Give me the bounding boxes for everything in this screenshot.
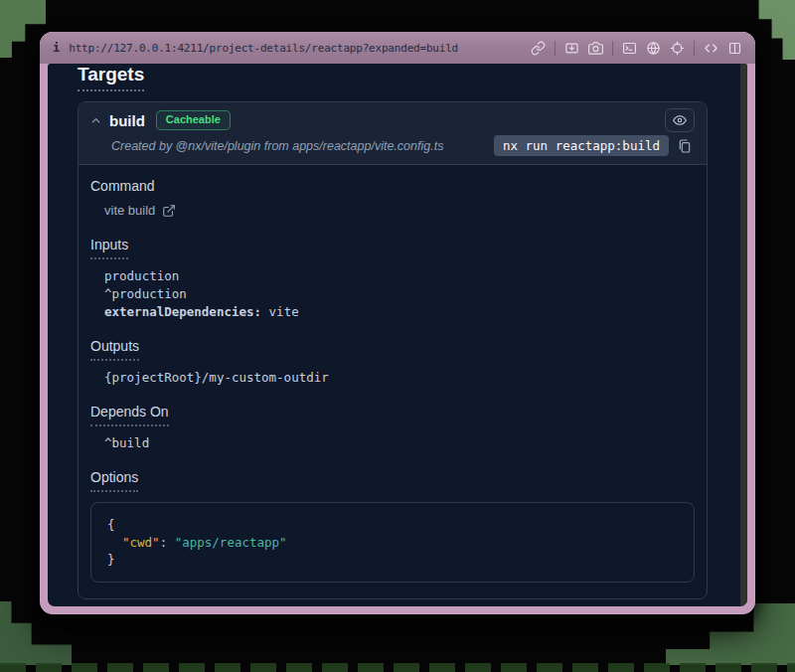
- command-heading: Command: [90, 178, 155, 194]
- save-box-icon[interactable]: [564, 41, 579, 56]
- toolbar-actions: [531, 41, 742, 56]
- split-panel-icon[interactable]: [727, 41, 742, 56]
- toolbar-separator: [555, 41, 556, 56]
- url-bar[interactable]: http://127.0.0.1:4211/project-details/re…: [69, 42, 458, 55]
- build-card-body: Command vite build Inputs production ^pr…: [79, 165, 707, 598]
- depends-on-heading: Depends On: [90, 404, 169, 426]
- build-card-header[interactable]: build Cacheable Created by @nx/vite/plug…: [79, 102, 707, 165]
- camera-icon[interactable]: [588, 41, 603, 56]
- options-section: Options { "cwd": "apps/reactapp" }: [90, 468, 695, 583]
- command-value: vite build: [104, 202, 155, 220]
- json-string-value: "apps/reactapp": [175, 535, 287, 550]
- code-icon[interactable]: [704, 41, 718, 56]
- info-glyph: i: [53, 41, 60, 55]
- input-item-external-dependencies: externalDependencies: vite: [104, 303, 695, 321]
- crosshair-icon[interactable]: [670, 41, 685, 56]
- background-dashed-strip: [0, 663, 795, 672]
- json-line: "cwd": "apps/reactapp": [107, 534, 678, 552]
- outputs-section: Outputs {projectRoot}/my-custom-outdir: [90, 337, 695, 387]
- scrollbar-track[interactable]: [740, 64, 747, 606]
- terminal-icon[interactable]: [622, 41, 637, 56]
- inputs-heading: Inputs: [90, 237, 128, 259]
- globe-icon[interactable]: [646, 41, 661, 56]
- run-command-chip: nx run reactapp:build: [494, 135, 669, 156]
- browser-toolbar: i http://127.0.0.1:4211/project-details/…: [40, 32, 755, 64]
- toolbar-separator: [612, 41, 613, 56]
- external-link-icon[interactable]: [162, 204, 176, 218]
- chevron-up-icon[interactable]: [90, 115, 101, 126]
- browser-window: i http://127.0.0.1:4211/project-details/…: [40, 32, 755, 614]
- depends-on-section: Depends On ^build: [90, 403, 695, 452]
- copy-icon[interactable]: [677, 138, 693, 154]
- json-key: "cwd": [122, 535, 160, 550]
- project-details-main: Targets build Cacheable: [48, 64, 740, 606]
- view-target-graph-button[interactable]: [665, 108, 695, 132]
- target-name-build[interactable]: build: [109, 112, 145, 129]
- outputs-heading: Outputs: [90, 338, 139, 361]
- json-line: {: [107, 516, 678, 534]
- page-title: Targets: [78, 64, 708, 91]
- target-card-build: build Cacheable Created by @nx/vite/plug…: [78, 101, 708, 599]
- depends-on-item: ^build: [104, 434, 695, 452]
- toolbar-separator: [694, 41, 695, 56]
- cacheable-badge: Cacheable: [156, 110, 231, 130]
- input-item: production: [104, 267, 695, 285]
- output-item: {projectRoot}/my-custom-outdir: [104, 369, 695, 387]
- options-json-block: { "cwd": "apps/reactapp" }: [90, 502, 695, 583]
- created-by-text: Created by @nx/vite/plugin from apps/rea…: [90, 139, 443, 153]
- page-viewport: Targets build Cacheable: [48, 64, 747, 606]
- input-item: ^production: [104, 285, 695, 303]
- command-section: Command vite build: [90, 177, 695, 220]
- link-icon[interactable]: [531, 41, 546, 56]
- options-heading: Options: [90, 469, 138, 492]
- inputs-section: Inputs production ^production externalDe…: [90, 236, 695, 321]
- json-line: }: [107, 551, 678, 569]
